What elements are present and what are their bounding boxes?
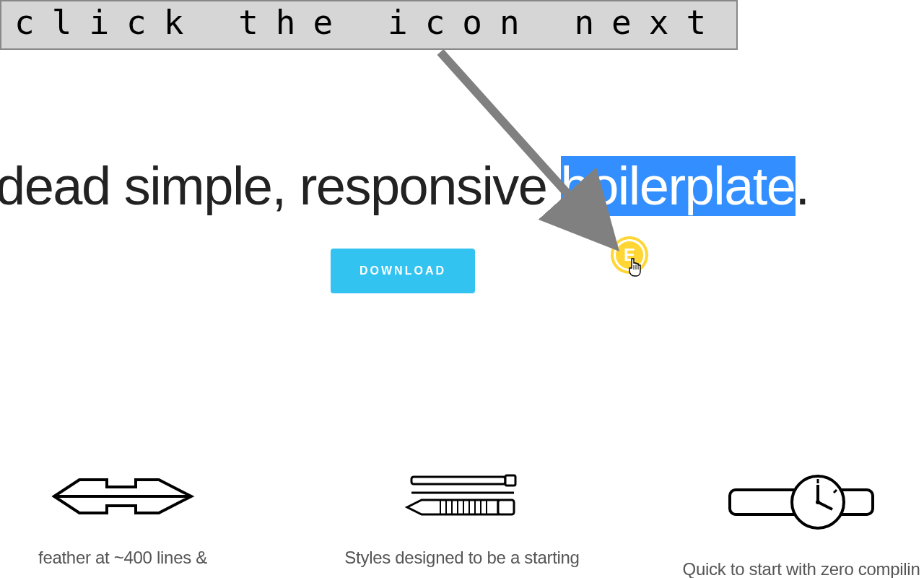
hero-prefix: dead simple, responsive bbox=[0, 156, 561, 216]
download-wrap: DOWNLOAD bbox=[0, 249, 924, 293]
svg-rect-8 bbox=[498, 500, 514, 514]
features-row: feather at ~400 lines & Styles designed … bbox=[0, 470, 924, 578]
instruction-overlay: click the icon next bbox=[0, 0, 738, 50]
feature-text: Quick to start with zero compilin bbox=[650, 559, 924, 578]
feature-quick: Quick to start with zero compilin bbox=[650, 470, 924, 578]
watch-icon bbox=[725, 470, 877, 535]
hero-highlight: boilerplate bbox=[561, 156, 796, 216]
svg-rect-5 bbox=[411, 477, 505, 484]
e-badge-icon[interactable]: E bbox=[611, 236, 648, 274]
hero-text: dead simple, responsive boilerplate. bbox=[0, 156, 809, 216]
feature-text: feather at ~400 lines & bbox=[0, 548, 274, 568]
feather-icon bbox=[51, 470, 195, 523]
feature-styles: Styles designed to be a starting bbox=[310, 470, 614, 578]
svg-rect-6 bbox=[505, 475, 515, 486]
pens-icon bbox=[397, 470, 527, 523]
feature-text: Styles designed to be a starting bbox=[310, 548, 614, 568]
feature-light: feather at ~400 lines & bbox=[0, 470, 274, 578]
hero-suffix: . bbox=[796, 156, 809, 216]
e-badge-letter: E bbox=[624, 245, 635, 265]
download-button[interactable]: DOWNLOAD bbox=[331, 249, 475, 293]
instruction-text: click the icon next bbox=[14, 3, 723, 42]
hero-heading: dead simple, responsive boilerplate. bbox=[0, 155, 924, 217]
